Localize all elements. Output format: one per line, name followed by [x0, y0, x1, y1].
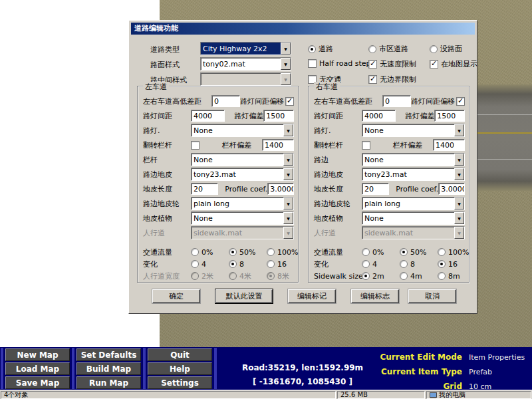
- no-speed-limit-checkbox[interactable]: 无速度限制: [368, 59, 416, 69]
- city-road-radio[interactable]: 市区道路: [368, 44, 408, 54]
- light-model-value: None: [362, 124, 454, 136]
- road-type-label: 道路类型: [150, 45, 180, 55]
- chevron-down-icon: ▼: [281, 73, 291, 85]
- rail-deviation-input[interactable]: 1400: [262, 139, 294, 151]
- sidewalk-value: sidewalk.mat: [192, 227, 283, 239]
- chevron-down-icon[interactable]: ▼: [283, 198, 293, 209]
- edit-mode-value: Item Properties: [469, 353, 525, 362]
- no-surface-radio[interactable]: 没路面: [430, 44, 462, 54]
- road-type-combo[interactable]: City Highway 2x2 ▼: [200, 42, 291, 55]
- roadside-terrain-combo[interactable]: tony23.mat ▼: [191, 168, 294, 181]
- flip-rail-checkbox[interactable]: [362, 141, 370, 150]
- sidewalk-size-8m-radio[interactable]: 8m: [438, 272, 475, 281]
- light-deviation-label: 路灯偏差: [405, 111, 434, 121]
- chevron-down-icon[interactable]: ▼: [454, 168, 464, 180]
- edit-mark-button[interactable]: 编辑标记: [288, 289, 336, 303]
- chevron-down-icon[interactable]: ▼: [281, 43, 291, 55]
- show-on-map-checkbox[interactable]: 在地图显示: [430, 59, 477, 69]
- terrain-length-input[interactable]: 20: [191, 183, 218, 195]
- traffic-50-radio[interactable]: 50%: [229, 248, 267, 257]
- set-defaults-button[interactable]: Set Defaults: [76, 348, 141, 361]
- roadside-terrain-combo[interactable]: tony23.mat ▼: [362, 168, 465, 181]
- dialog-titlebar[interactable]: 道路编辑功能: [131, 23, 475, 35]
- build-map-button[interactable]: Build Map: [76, 362, 141, 375]
- light-deviation-input[interactable]: 1500: [434, 110, 465, 122]
- light-offset-checkbox[interactable]: [456, 97, 465, 106]
- variation-4-radio[interactable]: 4: [191, 260, 229, 269]
- traffic-0-radio[interactable]: 0%: [191, 248, 229, 257]
- vegetation-label: 地皮植物: [314, 213, 362, 223]
- variation-4-radio[interactable]: 4: [362, 260, 400, 269]
- sidewalk-size-4m-radio[interactable]: 4m: [400, 272, 438, 281]
- help-button[interactable]: Help: [148, 362, 212, 375]
- radio-label: 8: [239, 260, 244, 269]
- height-diff-input[interactable]: 0: [211, 95, 240, 107]
- flip-rail-checkbox[interactable]: [191, 141, 200, 150]
- chevron-down-icon[interactable]: ▼: [454, 198, 464, 209]
- light-model-combo[interactable]: None ▼: [362, 124, 465, 137]
- light-offset-checkbox[interactable]: [285, 97, 294, 106]
- sidewalk-combo: sidewalk.mat ▼: [191, 226, 294, 239]
- terrain-profile-combo[interactable]: plain long ▼: [362, 197, 465, 210]
- checkbox-label: Half road step: [319, 59, 370, 68]
- quit-button[interactable]: Quit: [148, 348, 212, 361]
- light-spacing-input[interactable]: 4000: [191, 110, 225, 122]
- half-road-step-checkbox[interactable]: Half road step: [308, 59, 370, 68]
- light-model-label: 路灯.: [143, 126, 191, 136]
- radio-label: 道路: [319, 44, 333, 54]
- save-map-button[interactable]: Save Map: [5, 376, 70, 389]
- load-map-button[interactable]: Load Map: [5, 362, 70, 375]
- chevron-down-icon[interactable]: ▼: [454, 124, 464, 136]
- sidewalk-size-label: Sidewalk size: [314, 272, 362, 281]
- chevron-down-icon[interactable]: ▼: [283, 212, 293, 224]
- traffic-100-radio[interactable]: 100%: [267, 248, 305, 257]
- roadside-terrain-value: tony23.mat: [192, 168, 283, 180]
- run-map-button[interactable]: Run Map: [76, 376, 141, 389]
- file-size: 25.6 MB: [340, 392, 368, 398]
- traffic-50-radio[interactable]: 50%: [400, 248, 438, 257]
- light-model-combo[interactable]: None ▼: [191, 124, 294, 137]
- rail-deviation-input[interactable]: 1400: [433, 139, 465, 151]
- vegetation-combo[interactable]: None ▼: [362, 211, 465, 225]
- settings-button[interactable]: Settings: [148, 376, 212, 389]
- chevron-down-icon[interactable]: ▼: [281, 58, 291, 70]
- no-boundary-checkbox[interactable]: 无边界限制: [368, 74, 416, 84]
- road-radio[interactable]: 道路: [308, 44, 333, 54]
- surface-combo[interactable]: tony02.mat ▼: [200, 57, 291, 70]
- variation-16-radio[interactable]: 16: [267, 260, 305, 269]
- light-model-value: None: [192, 124, 283, 136]
- vegetation-combo[interactable]: None ▼: [191, 211, 294, 225]
- traffic-100-radio[interactable]: 100%: [438, 248, 475, 257]
- rail-combo[interactable]: None ▼: [362, 153, 465, 166]
- light-spacing-input[interactable]: 4000: [362, 110, 396, 122]
- profile-coef-input[interactable]: 3.00000: [438, 183, 465, 195]
- rail-combo[interactable]: None ▼: [191, 153, 294, 166]
- cancel-button[interactable]: 取消: [408, 289, 456, 303]
- chevron-down-icon[interactable]: ▼: [454, 154, 464, 166]
- edit-sign-button[interactable]: 编辑标志: [351, 289, 399, 303]
- radio-icon: [438, 272, 446, 280]
- variation-8-radio[interactable]: 8: [400, 260, 438, 269]
- terrain-profile-combo[interactable]: plain long ▼: [191, 197, 294, 210]
- status-objects-panel: 4个对象: [1, 391, 336, 399]
- variation-16-radio[interactable]: 16: [438, 260, 475, 269]
- terrain-length-input[interactable]: 20: [362, 183, 389, 195]
- profile-coef-input[interactable]: 3.00001: [267, 183, 294, 195]
- height-diff-input[interactable]: 0: [382, 95, 411, 107]
- set-default-button[interactable]: 默认此设置: [215, 289, 273, 303]
- vegetation-value: None: [362, 212, 454, 224]
- ok-button[interactable]: 确定: [152, 289, 200, 303]
- radio-label: 0%: [372, 248, 384, 257]
- sidewalk-size-2m-radio[interactable]: 2m: [362, 272, 400, 281]
- chevron-down-icon[interactable]: ▼: [283, 124, 293, 136]
- chevron-down-icon[interactable]: ▼: [283, 154, 293, 166]
- traffic-0-radio[interactable]: 0%: [362, 248, 400, 257]
- chevron-down-icon[interactable]: ▼: [454, 212, 464, 224]
- chevron-down-icon[interactable]: ▼: [283, 168, 293, 180]
- light-deviation-input[interactable]: 1500: [263, 110, 294, 122]
- variation-label: 变化: [143, 259, 191, 269]
- radio-icon: [400, 260, 408, 268]
- radio-label: 市区道路: [379, 44, 408, 54]
- new-map-button[interactable]: New Map: [5, 348, 70, 361]
- variation-8-radio[interactable]: 8: [229, 260, 267, 269]
